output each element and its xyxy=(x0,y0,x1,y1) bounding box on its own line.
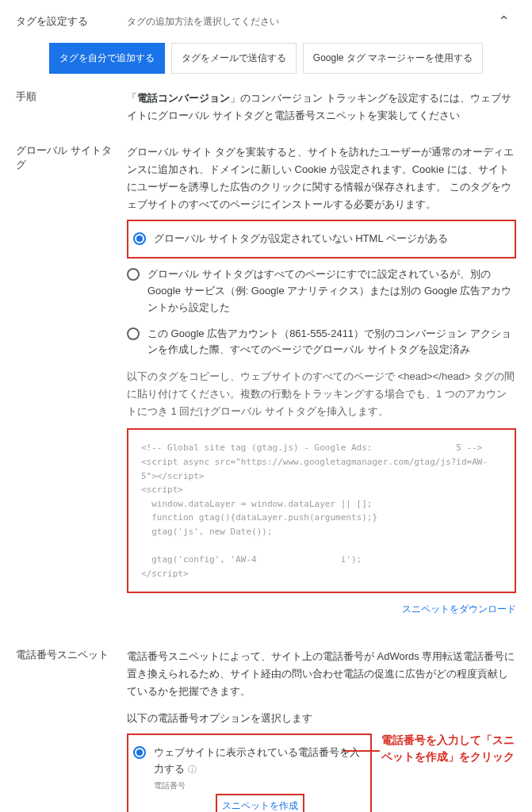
gst-download-link[interactable]: スニペットをダウンロード xyxy=(127,601,516,617)
annotation-text: 電話番号を入力して「スニペットを作成」をクリック xyxy=(381,727,516,765)
phone-intro: 電話番号スニペットによって、サイト上の電話番号が AdWords 専用転送電話番… xyxy=(127,648,516,700)
gst-copy-note: 以下のタグをコピーし、ウェブサイトのすべてのページで <head></head>… xyxy=(127,368,516,420)
gst-label: グローバル サイトタグ xyxy=(16,144,127,629)
gst-option-1[interactable]: グローバル サイトタグが設定されていない HTML ページがある xyxy=(133,226,510,252)
phone-option-1[interactable]: ウェブサイトに表示されている電話番号を入力するⓘ 電話番号 xyxy=(133,740,366,797)
section-subtitle: タグの追加方法を選択してください xyxy=(127,15,492,29)
chevron-up-icon[interactable]: ⌃ xyxy=(492,13,516,30)
section-title: タグを設定する xyxy=(16,14,127,29)
gst-option-3[interactable]: この Google 広告アカウント（861-555-2411）で別のコンバージョ… xyxy=(127,321,516,364)
radio-checked-icon xyxy=(133,232,146,245)
tab-gtm[interactable]: Google タグ マネージャーを使用する xyxy=(303,43,483,74)
tab-self-install[interactable]: タグを自分で追加する xyxy=(49,43,165,74)
install-method-tabs: タグを自分で追加する タグをメールで送信する Google タグ マネージャーを… xyxy=(16,43,516,74)
create-snippet-link[interactable]: スニペットを作成 xyxy=(222,800,298,811)
phone-field-label: 電話番号 xyxy=(154,779,366,792)
gst-intro: グローバル サイト タグを実装すると、サイトを訪れたユーザーが通常のオーディエン… xyxy=(127,144,516,213)
phone-label: 電話番号スニペット xyxy=(16,648,127,812)
annotation-arrow-icon xyxy=(343,746,381,756)
help-icon[interactable]: ⓘ xyxy=(188,764,197,774)
gst-code-snippet[interactable]: <!-- Global site tag (gtag.js) - Google … xyxy=(127,428,516,593)
radio-icon xyxy=(127,268,140,281)
steps-text: 「電話コンバージョン」のコンバージョン トラッキングを設定するには、ウェブサイト… xyxy=(127,90,516,124)
tab-email[interactable]: タグをメールで送信する xyxy=(171,43,297,74)
steps-label: 手順 xyxy=(16,90,127,124)
radio-checked-icon xyxy=(133,746,146,759)
phone-select-note: 以下の電話番号オプションを選択します xyxy=(127,710,516,727)
radio-icon xyxy=(127,327,140,340)
gst-option-2[interactable]: グローバル サイトタグはすべてのページにすでに設定されているが、別の Googl… xyxy=(127,262,516,320)
